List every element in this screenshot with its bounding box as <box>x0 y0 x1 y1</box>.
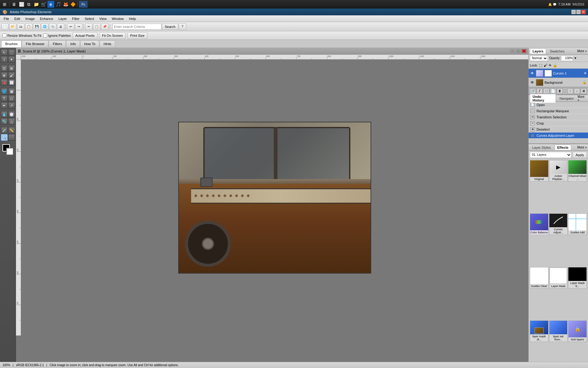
effects-category-select[interactable]: 01. Layers <box>530 152 571 158</box>
blend-mode-select[interactable]: Normal <box>530 56 548 61</box>
effect-lock-layers[interactable]: 🔒 lock layers <box>568 320 587 342</box>
layers-tab[interactable]: Layers <box>530 48 546 54</box>
layer-link-btn[interactable]: 🔗 <box>530 88 536 94</box>
resize-windows-checkbox[interactable]: Resize Windows To Fit <box>2 33 41 37</box>
image-canvas[interactable]: ◆ ◆ ◆ ◆ ◆ ◆ ◆ ◆ ◆ ◆ <box>178 122 371 274</box>
effect-color-balance[interactable]: Color Balance <box>530 213 548 235</box>
magic-wand-tool[interactable]: ✦ <box>8 56 15 63</box>
menu-select[interactable]: Select <box>82 16 97 21</box>
undo-btn[interactable]: ↩ <box>67 23 74 30</box>
swatches-tab[interactable]: Swatches <box>547 49 567 54</box>
taskbar-icon-5[interactable]: 🛒 <box>40 1 47 8</box>
new-layer-btn[interactable]: 📄 <box>550 88 556 94</box>
spot-heal-tool[interactable]: ⊕ <box>1 72 8 79</box>
taskbar-icon-1[interactable]: 🖥 <box>11 1 17 8</box>
taskbar-icon-7[interactable]: 🎵 <box>55 1 62 8</box>
effect-guides-add[interactable]: Guides Add <box>568 213 587 235</box>
attach-btn[interactable]: 📎 <box>49 23 56 30</box>
history-item-open[interactable]: 📄 Open <box>529 102 588 108</box>
marquee-tool[interactable]: ⬚ <box>8 49 15 56</box>
slice-tool[interactable]: ⊞ <box>8 65 15 72</box>
background-color[interactable] <box>6 148 13 155</box>
lock-all-icon[interactable]: 🔒 <box>553 63 557 67</box>
shortcut-tab-file-browser[interactable]: File Browser <box>22 40 48 47</box>
cut-btn[interactable]: ✂ <box>85 23 92 30</box>
open-btn[interactable]: 📂 <box>9 23 17 30</box>
print-btn[interactable]: 🖨 <box>57 23 64 30</box>
layer-background[interactable]: 👁 Background 🔒 <box>529 78 588 87</box>
ignore-palettes-input[interactable] <box>43 33 47 37</box>
shortcut-tab-hints[interactable]: Hints <box>100 40 115 47</box>
doc-minimize[interactable]: ─ <box>510 49 515 53</box>
menu-image[interactable]: Image <box>23 16 37 21</box>
taskbar-icon-4[interactable]: 📁 <box>33 1 40 8</box>
crop-tool[interactable]: ⊡ <box>1 65 8 72</box>
redo-btn[interactable]: ↪ <box>75 23 82 30</box>
taskbar-icon-3[interactable]: ⧉ <box>25 1 32 8</box>
ps-taskbar-item[interactable]: Ps <box>79 1 88 8</box>
shape-tool[interactable]: ◻ <box>8 95 15 102</box>
layers-trash-btn[interactable]: ⊠ <box>581 88 587 94</box>
zoom-tool[interactable]: 🔍 <box>1 134 8 141</box>
history-item-marquee[interactable]: ⬚ Rectangular Marquee <box>529 108 588 114</box>
save-for-web-btn[interactable]: 🌐 <box>41 23 48 30</box>
measure-tool[interactable]: 📏 <box>8 127 15 134</box>
clone-tool[interactable]: 🔖 <box>1 79 8 86</box>
menu-window[interactable]: Window <box>109 16 126 21</box>
shortcut-tab-filters[interactable]: Filters <box>49 40 66 47</box>
start-button[interactable]: ⊞ <box>1 1 8 8</box>
paint-bucket-tool[interactable]: 🪣 <box>1 88 8 95</box>
effect-layer-mask[interactable]: Layer Mask <box>549 267 568 289</box>
actual-pixels-btn[interactable]: Actual Pixels <box>73 32 97 39</box>
effect-layer-set-from[interactable]: layer set from... <box>549 320 568 342</box>
layer-curves1[interactable]: 👁 Curves 1 ✕ <box>529 69 588 78</box>
layer-mask-btn[interactable]: ⬚ <box>543 88 549 94</box>
layer-eye-curves1[interactable]: 👁 <box>530 71 535 75</box>
eyedropper-tool[interactable]: 💉 <box>1 127 8 134</box>
history-item-curves[interactable]: Curves Adjustment Layer <box>529 132 588 139</box>
new-file-btn[interactable]: 📄 <box>1 23 9 30</box>
eraser-tool[interactable]: ⬜ <box>8 79 15 86</box>
shortcut-tab-brushes[interactable]: Brushes <box>1 40 21 47</box>
dodge-tool[interactable]: ⚪ <box>8 111 15 118</box>
gradient-tool[interactable]: ▦ <box>8 88 15 95</box>
path-sel-tool[interactable]: ↗ <box>8 102 15 109</box>
paste-btn[interactable]: 📌 <box>101 23 108 30</box>
opacity-dropdown[interactable]: ▼ <box>574 56 577 60</box>
shortcut-tab-info[interactable]: Info <box>66 40 80 47</box>
polygon-tool[interactable]: △ <box>8 118 15 125</box>
menu-filter[interactable]: Filter <box>70 16 82 21</box>
pen-tool[interactable]: ✒ <box>1 102 8 109</box>
delete-layer-btn[interactable]: 🗑 <box>557 88 563 94</box>
effects-tab[interactable]: Effects <box>555 145 571 150</box>
history-item-transform[interactable]: ⊡ Transform Selection <box>529 114 588 120</box>
search-button[interactable]: Search <box>162 24 178 30</box>
menu-view[interactable]: View <box>97 16 109 21</box>
effect-layer-mask-b[interactable]: Layer Mask b... <box>568 267 587 289</box>
taskbar-icon-2[interactable]: ⬜ <box>18 1 25 8</box>
undo-history-tab[interactable]: Undo History <box>530 94 556 103</box>
lock-transparent-icon[interactable]: ⬚ <box>539 63 542 67</box>
menu-edit[interactable]: Edit <box>12 16 23 21</box>
color-boxes[interactable] <box>2 144 13 155</box>
canvas-main[interactable]: ◆ ◆ ◆ ◆ ◆ ◆ ◆ ◆ ◆ ◆ <box>21 59 528 335</box>
menu-help[interactable]: Help <box>126 16 138 21</box>
blur-tool[interactable]: 💧 <box>1 111 8 118</box>
menu-file[interactable]: File <box>1 16 12 21</box>
apply-button[interactable]: Apply <box>573 152 587 158</box>
brush-tool[interactable]: 🖌 <box>8 72 15 79</box>
resize-windows-input[interactable] <box>2 33 6 37</box>
layer-eye-background[interactable]: 👁 <box>530 80 535 85</box>
shortcut-tab-how-to[interactable]: How To <box>80 40 99 47</box>
close-button[interactable]: ✕ <box>581 10 586 14</box>
history-item-deselect[interactable]: ⊠ Deselect <box>529 126 588 132</box>
taskbar-icon-9[interactable]: 🔶 <box>70 1 76 8</box>
layer-styles-tab[interactable]: Layer Styles <box>530 145 553 150</box>
save-btn[interactable]: 💾 <box>33 23 40 30</box>
menu-layer[interactable]: Layer <box>56 16 70 21</box>
lasso-tool[interactable]: ⌇ <box>1 56 8 63</box>
fit-on-screen-btn[interactable]: Fit On Screen <box>99 32 126 39</box>
history-more-btn[interactable]: More » <box>578 95 587 102</box>
effect-layer-mask-d[interactable]: layer mask di... <box>530 320 548 342</box>
doc-maximize[interactable]: □ <box>516 49 520 53</box>
